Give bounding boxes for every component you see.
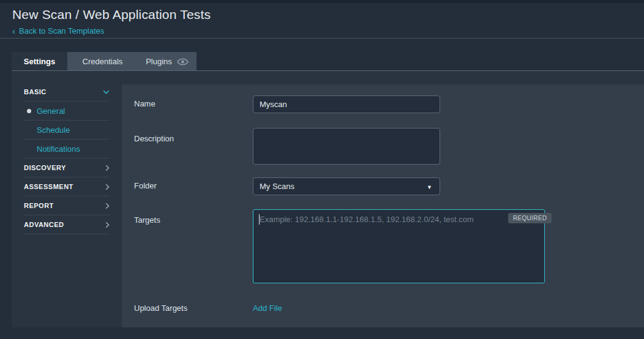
sidebar-section-advanced[interactable]: ADVANCED (24, 215, 110, 234)
back-link-label: Back to Scan Templates (19, 26, 104, 35)
add-file-link[interactable]: Add File (253, 304, 282, 313)
name-input[interactable] (253, 95, 440, 113)
upload-targets-label: Upload Targets (134, 304, 187, 313)
sidebar-item-notifications-label: Notifications (24, 144, 80, 154)
caret-down-icon: ▼ (427, 184, 432, 190)
tab-bar: Settings Credentials Plugins (12, 52, 197, 70)
targets-label: Targets (134, 215, 160, 225)
tab-plugins-label: Plugins (146, 57, 172, 66)
new-scan-screen: New Scan / Web Application Tests ‹ Back … (0, 0, 644, 339)
settings-panel: BASIC General Schedule Notifications DIS… (12, 70, 644, 327)
sidebar-item-notifications[interactable]: Notifications (24, 140, 110, 158)
sidebar-item-schedule-label: Schedule (24, 125, 70, 135)
tab-settings[interactable]: Settings (12, 52, 67, 70)
name-label: Name (134, 99, 155, 108)
back-to-scan-templates-link[interactable]: ‹ Back to Scan Templates (12, 26, 104, 35)
sidebar-section-assessment-label: ASSESSMENT (24, 183, 73, 190)
sidebar-section-basic-label: BASIC (24, 88, 47, 95)
header-divider (0, 38, 644, 39)
tab-credentials[interactable]: Credentials (67, 52, 138, 70)
general-settings-form: Name Description Folder My Scans ▼ Targe… (122, 84, 644, 327)
chevron-right-icon (105, 165, 110, 171)
sidebar-section-advanced-label: ADVANCED (24, 221, 64, 228)
required-badge: REQUIRED (508, 213, 552, 223)
sidebar-section-discovery[interactable]: DISCOVERY (24, 158, 110, 177)
text-cursor (259, 214, 260, 225)
folder-select-value: My Scans (260, 182, 294, 191)
folder-label: Folder (134, 181, 157, 190)
sidebar-section-assessment[interactable]: ASSESSMENT (24, 177, 110, 196)
top-strip (0, 0, 644, 3)
settings-sidebar: BASIC General Schedule Notifications DIS… (12, 71, 122, 327)
sidebar-item-schedule[interactable]: Schedule (24, 121, 110, 140)
eye-icon (177, 58, 189, 65)
sidebar-section-report-label: REPORT (24, 202, 54, 209)
chevron-right-icon (105, 222, 110, 228)
sidebar-section-report[interactable]: REPORT (24, 196, 110, 215)
tab-credentials-label: Credentials (83, 57, 123, 66)
sidebar-item-general[interactable]: General (24, 102, 110, 121)
tab-settings-label: Settings (24, 57, 55, 66)
page-title: New Scan / Web Application Tests (12, 7, 211, 22)
back-chevron-icon: ‹ (12, 27, 15, 35)
sidebar-section-discovery-label: DISCOVERY (24, 164, 66, 171)
description-textarea[interactable] (253, 128, 440, 165)
chevron-right-icon (105, 184, 110, 190)
tab-plugins[interactable]: Plugins (138, 52, 197, 70)
description-label: Description (134, 134, 174, 143)
chevron-down-icon (103, 90, 110, 94)
selected-bullet-icon (27, 109, 31, 113)
folder-select[interactable]: My Scans ▼ (253, 177, 440, 195)
chevron-right-icon (105, 203, 110, 209)
targets-textarea[interactable] (253, 209, 545, 283)
sidebar-section-basic[interactable]: BASIC (24, 83, 110, 102)
